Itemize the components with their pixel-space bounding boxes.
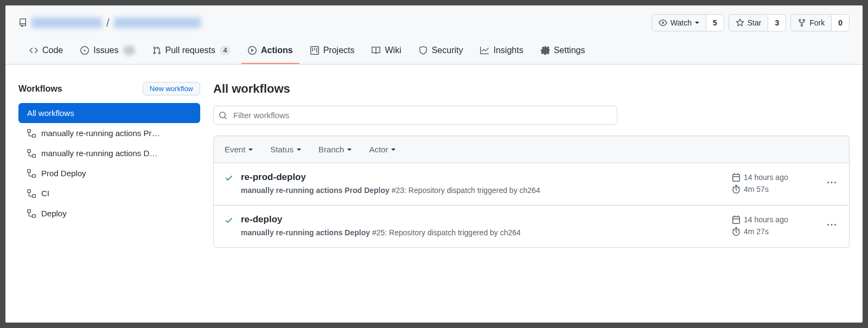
runs-filter-bar: Event Status Branch Actor [214,136,849,163]
caret-down-icon [297,149,301,151]
caret-down-icon [347,149,352,151]
run-duration: 4m 57s [744,185,769,194]
watch-count[interactable]: 5 [706,15,724,31]
run-row[interactable]: re-prod-deploy manually re-running actio… [214,163,849,205]
run-menu-button[interactable] [825,214,838,229]
workflows-sidebar: Workflows New workflow All workflows man… [18,82,200,248]
code-icon [29,46,38,55]
tab-actions[interactable]: Actions [241,40,299,64]
tab-issues[interactable]: Issues [74,40,141,64]
filter-workflows-search [213,106,617,125]
run-subtitle: manually re-running actions Deploy #25: … [241,227,725,239]
tab-insights[interactable]: Insights [474,40,529,64]
repo-name-link[interactable] [114,17,201,28]
run-time-ago: 14 hours ago [744,173,788,182]
tab-code[interactable]: Code [23,40,69,64]
stopwatch-icon [732,227,741,236]
sidebar-item-label: manually re-running actions Pr… [41,128,159,138]
sidebar-item-all-workflows[interactable]: All workflows [18,103,200,123]
graph-icon [480,46,489,55]
sidebar-item-label: All workflows [27,108,74,118]
fork-button[interactable]: Fork 0 [790,14,850,31]
run-row[interactable]: re-deploy manually re-running actions De… [214,205,849,247]
kebab-icon [827,221,836,229]
pulls-count-badge: 4 [220,46,231,55]
new-workflow-button[interactable]: New workflow [143,82,200,95]
tab-settings[interactable]: Settings [534,40,592,64]
star-label: Star [748,18,762,27]
watch-button[interactable]: Watch 5 [652,14,724,31]
gear-icon [541,46,550,55]
workflow-icon [27,209,36,218]
caret-down-icon [391,149,395,151]
calendar-icon [732,173,741,182]
tab-issues-label: Issues [93,46,118,55]
fork-count[interactable]: 0 [832,15,849,31]
filter-branch[interactable]: Branch [318,145,352,154]
sidebar-item-workflow[interactable]: CI [18,183,200,203]
fork-icon [797,18,806,27]
run-title: re-deploy [241,214,725,225]
tab-settings-label: Settings [554,46,585,55]
issue-icon [80,46,89,55]
repo-owner-link[interactable] [31,17,102,28]
star-button[interactable]: Star 3 [729,14,786,31]
caret-down-icon [248,149,253,151]
filter-status[interactable]: Status [270,145,301,154]
shield-icon [419,46,427,55]
workflow-icon [27,149,36,158]
tab-pull-requests[interactable]: Pull requests 4 [146,40,238,64]
run-meta: 14 hours ago 4m 57s [732,172,819,194]
repo-icon [18,18,27,27]
run-meta: 14 hours ago 4m 27s [732,214,819,236]
run-status-success [225,214,234,226]
pull-request-icon [152,46,161,55]
filter-workflows-input[interactable] [213,106,617,125]
sidebar-item-label: Deploy [41,209,67,218]
sidebar-item-workflow[interactable]: manually re-running actions Pr… [18,123,200,143]
watch-label: Watch [671,18,692,27]
sidebar-item-workflow[interactable]: manually re-running actions D… [18,143,200,163]
search-icon [219,111,227,120]
sidebar-item-workflow[interactable]: Prod Deploy [18,163,200,183]
workflow-runs-panel: All workflows Event Status Branch Actor [213,82,850,248]
tab-wiki[interactable]: Wiki [365,40,407,64]
sidebar-heading: Workflows [18,84,62,94]
page-title: All workflows [213,82,850,96]
filter-actor[interactable]: Actor [369,145,395,154]
eye-icon [659,18,667,27]
repo-header: / Watch 5 Star 3 [5,5,863,65]
tab-pulls-label: Pull requests [165,46,216,55]
run-status-success [225,172,234,184]
workflow-runs-list: Event Status Branch Actor re-prod-deploy… [213,136,850,248]
sidebar-item-label: manually re-running actions D… [41,149,157,158]
stopwatch-icon [732,185,741,194]
run-time-ago: 14 hours ago [744,215,788,224]
filter-event[interactable]: Event [225,145,253,154]
tab-security-label: Security [432,46,463,55]
run-title: re-prod-deploy [241,172,725,183]
project-icon [310,46,319,55]
repo-nav: Code Issues Pull requests 4 Actions Proj… [18,40,850,64]
fork-label: Fork [809,18,825,27]
workflow-icon [27,189,36,198]
tab-wiki-label: Wiki [385,46,401,55]
star-icon [736,18,744,27]
kebab-icon [827,178,836,187]
tab-actions-label: Actions [261,46,293,55]
run-duration: 4m 27s [744,227,769,236]
sidebar-item-label: Prod Deploy [41,169,86,178]
tab-code-label: Code [42,46,63,55]
play-icon [248,46,257,55]
workflow-icon [27,169,36,178]
tab-insights-label: Insights [493,46,523,55]
check-icon [225,173,233,182]
check-icon [225,216,233,224]
tab-security[interactable]: Security [412,40,470,64]
calendar-icon [732,215,741,224]
star-count[interactable]: 3 [768,15,786,31]
book-icon [372,46,380,55]
tab-projects[interactable]: Projects [304,40,361,64]
run-menu-button[interactable] [825,172,838,187]
sidebar-item-workflow[interactable]: Deploy [18,203,200,223]
